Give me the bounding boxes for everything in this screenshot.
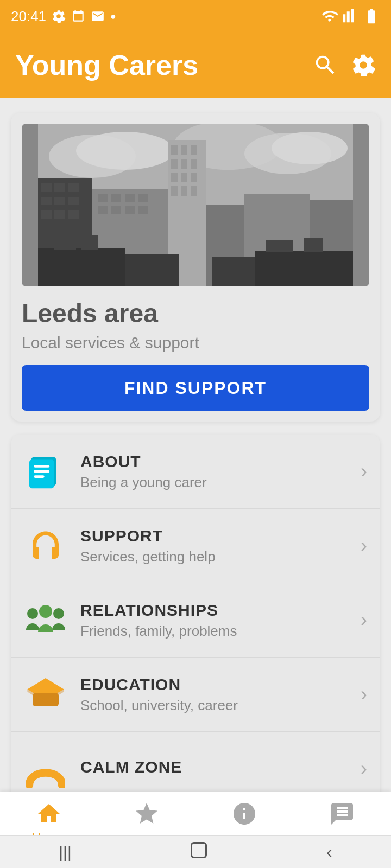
svg-rect-33 (98, 194, 108, 202)
about-chevron: › (361, 460, 367, 483)
svg-rect-37 (98, 206, 108, 214)
svg-rect-22 (181, 159, 187, 169)
svg-rect-44 (212, 257, 255, 286)
status-time-area: 20:41 ● (11, 8, 116, 25)
svg-rect-35 (125, 194, 135, 202)
about-icon (26, 452, 65, 491)
find-support-button[interactable]: FIND SUPPORT (22, 365, 369, 411)
favourites-icon (134, 801, 160, 827)
education-label: EDUCATION (80, 675, 354, 694)
home-icon (36, 801, 62, 827)
svg-rect-47 (266, 240, 293, 252)
svg-rect-24 (171, 173, 178, 182)
menu-item-support[interactable]: SUPPORT Services, getting help › (11, 509, 380, 583)
support-label: SUPPORT (80, 527, 354, 545)
status-battery-icon (363, 8, 380, 25)
relationships-text: RELATIONSHIPS Friends, family, problems (80, 601, 354, 640)
education-icon-wrap (24, 673, 67, 716)
calmzone-icon (26, 749, 65, 788)
android-nav-bar: ||| ‹ (0, 835, 391, 868)
svg-rect-39 (125, 206, 135, 214)
svg-rect-12 (54, 197, 65, 205)
education-desc: School, university, career (80, 697, 354, 714)
status-gear-icon (52, 9, 66, 23)
about-text: ABOUT Being a young carer (80, 452, 354, 491)
relationships-chevron: › (361, 609, 367, 631)
hero-image (22, 124, 369, 286)
hero-card: Leeds area Local services & support FIND… (11, 113, 380, 422)
app-bar: Young Carers (0, 33, 391, 98)
menu-item-relationships[interactable]: RELATIONSHIPS Friends, family, problems … (11, 583, 380, 658)
menu-item-education[interactable]: EDUCATION School, university, career › (11, 658, 380, 732)
settings-icon[interactable] (351, 53, 376, 78)
relationships-desc: Friends, family, problems (80, 623, 354, 640)
svg-rect-21 (171, 159, 178, 169)
app-title: Young Carers (15, 49, 198, 81)
android-recents-button[interactable]: ||| (59, 843, 71, 861)
hero-location-subtitle: Local services & support (22, 334, 369, 352)
status-mail-icon (91, 9, 105, 23)
svg-rect-23 (191, 159, 197, 169)
search-icon[interactable] (313, 53, 338, 78)
status-bar: 20:41 ● (0, 0, 391, 33)
svg-rect-18 (171, 145, 178, 155)
education-icon (26, 675, 65, 714)
svg-rect-50 (29, 459, 54, 488)
about-icon-wrap (24, 450, 67, 493)
svg-rect-26 (191, 173, 197, 182)
status-time: 20:41 (11, 8, 46, 25)
svg-rect-20 (191, 145, 197, 155)
android-home-button[interactable] (189, 840, 209, 864)
svg-point-55 (53, 608, 64, 619)
support-chevron: › (361, 534, 367, 557)
svg-rect-15 (54, 210, 65, 219)
svg-rect-48 (304, 238, 323, 252)
svg-rect-10 (68, 183, 79, 192)
svg-point-2 (76, 132, 174, 170)
calmzone-icon-wrap (24, 747, 67, 790)
status-wifi-icon (321, 8, 338, 24)
svg-rect-46 (81, 235, 98, 250)
support-desc: Services, getting help (80, 548, 354, 565)
svg-rect-53 (34, 475, 44, 478)
support-icon (26, 526, 65, 565)
education-text: EDUCATION School, university, career (80, 675, 354, 714)
calmzone-text: CALM ZONE (80, 758, 354, 780)
svg-rect-45 (54, 238, 76, 250)
svg-rect-43 (255, 251, 353, 286)
svg-rect-27 (171, 186, 178, 196)
nav-item-favourites[interactable] (119, 801, 174, 830)
main-content: Leeds area Local services & support FIND… (0, 98, 391, 868)
svg-rect-52 (34, 470, 49, 473)
calmzone-label: CALM ZONE (80, 758, 354, 776)
relationships-icon (24, 601, 67, 640)
svg-point-56 (39, 605, 52, 618)
support-icon-wrap (24, 524, 67, 567)
support-text: SUPPORT Services, getting help (80, 527, 354, 565)
svg-rect-34 (111, 194, 121, 202)
svg-rect-13 (68, 197, 79, 205)
svg-point-5 (272, 132, 348, 164)
svg-rect-14 (41, 210, 52, 219)
calmzone-chevron: › (361, 757, 367, 780)
android-back-button[interactable]: ‹ (326, 842, 332, 862)
about-label: ABOUT (80, 452, 354, 471)
svg-rect-51 (34, 465, 49, 468)
nav-item-info[interactable] (217, 801, 272, 830)
about-desc: Being a young carer (80, 474, 354, 491)
status-signal-icon (342, 8, 358, 24)
education-chevron: › (361, 683, 367, 706)
messages-icon (329, 801, 355, 827)
status-right-icons (321, 8, 380, 25)
hero-location-title: Leeds area (22, 298, 369, 328)
svg-rect-42 (125, 254, 179, 286)
svg-rect-40 (138, 206, 148, 214)
svg-rect-19 (181, 145, 187, 155)
svg-rect-9 (54, 183, 65, 192)
svg-rect-36 (138, 194, 148, 202)
menu-list: ABOUT Being a young carer › SUPPORT Serv… (11, 435, 380, 806)
nav-item-messages[interactable] (315, 801, 369, 830)
svg-rect-8 (41, 183, 52, 192)
menu-item-about[interactable]: ABOUT Being a young carer › (11, 435, 380, 509)
relationships-label: RELATIONSHIPS (80, 601, 354, 620)
